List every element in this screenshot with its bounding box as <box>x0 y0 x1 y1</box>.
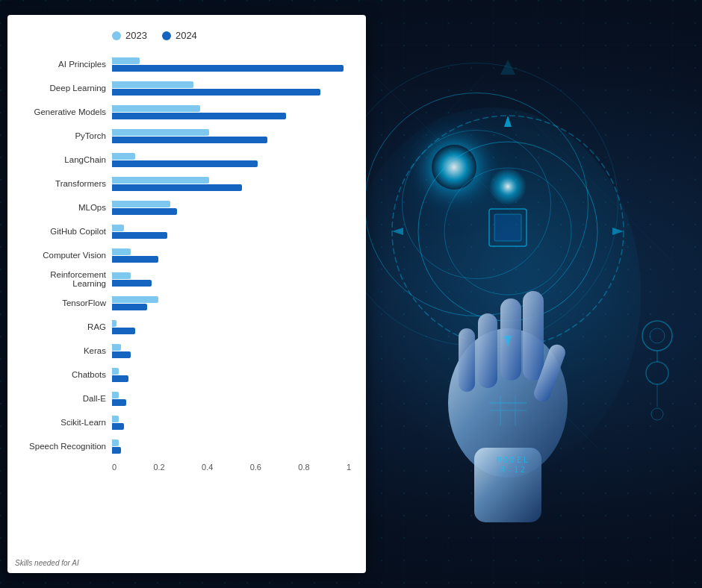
bar-2024 <box>112 137 267 143</box>
bar-label: TensorFlow <box>15 298 112 307</box>
bars-group <box>112 440 351 454</box>
bar-2024 <box>112 328 135 334</box>
bar-2024 <box>112 208 177 215</box>
bar-2024 <box>112 113 286 119</box>
legend-dot-2023 <box>112 31 121 40</box>
bar-2024 <box>112 184 242 191</box>
bar-2023 <box>112 57 140 64</box>
x-axis-label: 0.6 <box>250 463 261 472</box>
legend-label-2024: 2024 <box>176 30 197 41</box>
bar-2023 <box>112 81 193 88</box>
chart-legend: 2023 2024 <box>15 30 351 41</box>
legend-2023: 2023 <box>112 30 147 41</box>
bar-2023 <box>112 129 209 136</box>
bars-group <box>112 320 351 334</box>
bar-2023 <box>112 225 124 231</box>
bar-row: MLOps <box>15 196 351 219</box>
circuit-right <box>597 298 687 448</box>
bar-2023 <box>112 320 117 327</box>
bar-2024 <box>112 232 167 239</box>
bar-row: AI Principles <box>15 52 351 76</box>
bars-group <box>112 129 351 143</box>
bar-2023 <box>112 416 119 422</box>
bar-row: RAG <box>15 315 351 339</box>
svg-point-33 <box>642 321 672 351</box>
bars-group <box>112 344 351 358</box>
bar-2024 <box>112 399 126 406</box>
svg-rect-15 <box>494 214 521 241</box>
bars-group <box>112 248 351 263</box>
bars-group <box>112 272 351 287</box>
bar-2023 <box>112 272 131 279</box>
bar-row: Scikit-Learn <box>15 410 351 434</box>
svg-text:MODEL: MODEL <box>497 456 530 464</box>
bar-2023 <box>112 105 200 112</box>
chart-x-axis: 00.20.40.60.81 <box>15 463 351 472</box>
chart-bars-area: AI PrinciplesDeep LearningGenerative Mod… <box>15 52 351 458</box>
bar-label: LangChain <box>15 155 112 164</box>
bar-label: PyTorch <box>15 131 112 140</box>
bars-group <box>112 81 351 96</box>
bar-row: Chatbots <box>15 363 351 387</box>
svg-rect-21 <box>459 328 475 392</box>
svg-rect-18 <box>523 291 544 381</box>
bars-group <box>112 201 351 215</box>
bar-row: PyTorch <box>15 124 351 148</box>
bar-2023 <box>112 248 131 255</box>
bar-label: Reinforcement Learning <box>15 270 112 288</box>
bar-2024 <box>112 351 131 358</box>
bar-row: Deep Learning <box>15 76 351 100</box>
bar-row: Reinforcement Learning <box>15 267 351 291</box>
bar-label: Scikit-Learn <box>15 418 112 427</box>
bars-group <box>112 368 351 382</box>
bar-2023 <box>112 296 158 303</box>
bars-group <box>112 105 351 119</box>
bar-2023 <box>112 153 135 160</box>
bar-2023 <box>112 392 119 398</box>
bar-2024 <box>112 304 147 310</box>
bar-label: Dall-E <box>15 394 112 403</box>
chart-container: 2023 2024 AI PrinciplesDeep LearningGene… <box>7 15 366 573</box>
bar-row: Generative Models <box>15 100 351 124</box>
bars-group <box>112 225 351 239</box>
bars-group <box>112 392 351 406</box>
bar-row: Transformers <box>15 172 351 196</box>
bar-label: MLOps <box>15 203 112 212</box>
bar-label: Keras <box>15 346 112 355</box>
bars-group <box>112 177 351 191</box>
svg-rect-20 <box>478 313 497 388</box>
svg-rect-19 <box>500 298 521 381</box>
bars-group <box>112 416 351 430</box>
bar-row: Dall-E <box>15 387 351 410</box>
x-axis-label: 0.8 <box>298 463 309 472</box>
svg-marker-31 <box>392 228 403 235</box>
bar-label: Deep Learning <box>15 84 112 93</box>
bar-label: RAG <box>15 322 112 331</box>
svg-point-38 <box>651 408 663 420</box>
legend-label-2023: 2023 <box>125 30 147 41</box>
svg-point-35 <box>646 362 668 384</box>
bar-2024 <box>112 65 344 72</box>
bar-2024 <box>112 447 121 454</box>
bar-2023 <box>112 368 119 375</box>
legend-dot-2024 <box>162 31 171 40</box>
bar-row: GitHub Copilot <box>15 219 351 243</box>
bar-2024 <box>112 423 124 430</box>
bar-row: Speech Recognition <box>15 434 351 458</box>
bars-group <box>112 296 351 310</box>
svg-marker-29 <box>504 116 512 127</box>
bars-group <box>112 153 351 167</box>
svg-point-34 <box>650 328 665 343</box>
x-axis-label: 1 <box>347 463 351 472</box>
svg-marker-32 <box>612 228 624 235</box>
bar-2024 <box>112 375 128 382</box>
x-axis-label: 0.2 <box>153 463 164 472</box>
bar-label: Chatbots <box>15 370 112 379</box>
bar-row: TensorFlow <box>15 291 351 315</box>
bar-2024 <box>112 280 152 287</box>
bar-row: Keras <box>15 339 351 363</box>
bar-2024 <box>112 89 320 96</box>
bar-2024 <box>112 256 158 263</box>
x-axis-label: 0 <box>112 463 117 472</box>
chart-subtitle: Skills needed for AI <box>15 559 79 567</box>
